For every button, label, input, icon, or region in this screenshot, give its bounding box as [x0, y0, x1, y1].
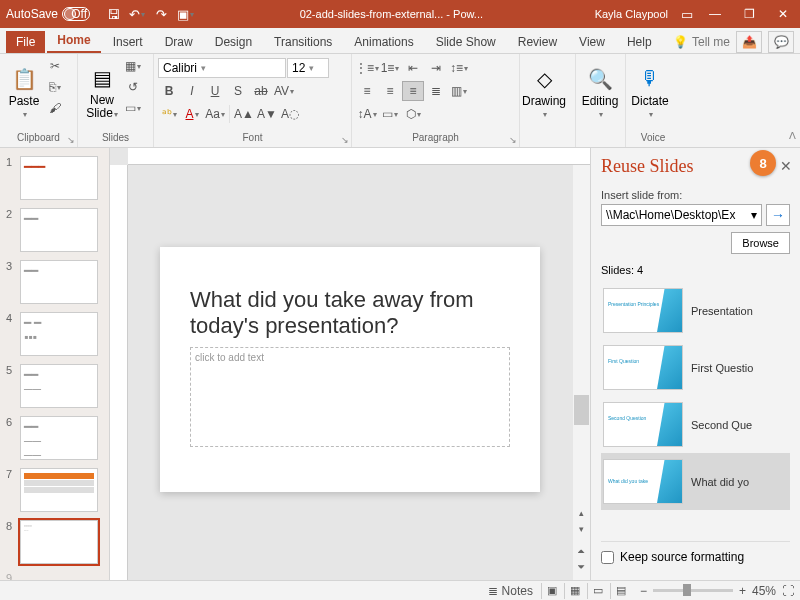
editing-button[interactable]: 🔍Editing▾	[580, 56, 620, 128]
align-right-button[interactable]: ≡	[402, 81, 424, 101]
indent-right-button[interactable]: ⇥	[425, 58, 447, 78]
slide-title-text[interactable]: What did you take away from today's pres…	[190, 287, 510, 339]
tab-file[interactable]: File	[6, 31, 45, 53]
tab-transitions[interactable]: Transitions	[264, 31, 342, 53]
shrink-font-button[interactable]: A▼	[256, 104, 278, 124]
vertical-ruler[interactable]	[110, 165, 128, 580]
text-direction-button[interactable]: ↕A▾	[356, 104, 378, 124]
tab-insert[interactable]: Insert	[103, 31, 153, 53]
underline-button[interactable]: U	[204, 81, 226, 101]
thumbnail-7[interactable]: 7	[0, 466, 109, 514]
line-spacing-button[interactable]: ↕≡▾	[448, 58, 470, 78]
chevron-down-icon[interactable]: ▾	[751, 208, 757, 222]
format-painter-icon[interactable]: 🖌	[45, 98, 65, 118]
scroll-down-icon[interactable]: ▾	[579, 524, 584, 538]
prev-slide-icon[interactable]: ⏶	[577, 546, 586, 560]
active-slide[interactable]: What did you take away from today's pres…	[160, 247, 540, 492]
tab-help[interactable]: Help	[617, 31, 662, 53]
normal-view-icon[interactable]: ▣	[541, 583, 563, 599]
thumbnail-4[interactable]: 4━ ━▪▪▪	[0, 310, 109, 358]
bullets-button[interactable]: ⋮≡▾	[356, 58, 378, 78]
zoom-out-icon[interactable]: −	[640, 584, 647, 598]
next-slide-icon[interactable]: ⏷	[577, 562, 586, 576]
scrollbar-thumb[interactable]	[574, 395, 589, 425]
zoom-level[interactable]: 45%	[752, 584, 776, 598]
drawing-button[interactable]: ◇Drawing▾	[524, 56, 564, 128]
zoom-slider[interactable]	[653, 589, 733, 592]
tell-me-search[interactable]: 💡Tell me	[673, 35, 730, 49]
go-button[interactable]: →	[766, 204, 790, 226]
section-icon[interactable]: ▭▾	[123, 98, 143, 118]
tab-view[interactable]: View	[569, 31, 615, 53]
clear-formatting-button[interactable]: A◌	[279, 104, 301, 124]
clipboard-launcher-icon[interactable]: ↘	[67, 135, 75, 145]
zoom-in-icon[interactable]: +	[739, 584, 746, 598]
italic-button[interactable]: I	[181, 81, 203, 101]
save-icon[interactable]: 🖫	[102, 3, 124, 25]
undo-icon[interactable]: ↶▾	[126, 3, 148, 25]
sorter-view-icon[interactable]: ▦	[564, 583, 586, 599]
reuse-item-1[interactable]: Presentation PrinciplesPresentation	[601, 282, 790, 339]
font-launcher-icon[interactable]: ↘	[341, 135, 349, 145]
fit-to-window-icon[interactable]: ⛶	[782, 584, 794, 598]
collapse-ribbon-icon[interactable]: ᐱ	[789, 130, 796, 141]
scroll-up-icon[interactable]: ▴	[579, 508, 584, 522]
thumbnail-3[interactable]: 3━━	[0, 258, 109, 306]
minimize-button[interactable]: —	[698, 0, 732, 28]
grow-font-button[interactable]: A▲	[233, 104, 255, 124]
thumbnail-5[interactable]: 5━━──	[0, 362, 109, 410]
font-color-button[interactable]: A▾	[181, 104, 203, 124]
change-case-button[interactable]: Aa▾	[204, 104, 226, 124]
paste-button[interactable]: 📋 Paste▾	[4, 56, 44, 128]
layout-icon[interactable]: ▦▾	[123, 56, 143, 76]
tab-design[interactable]: Design	[205, 31, 262, 53]
user-name[interactable]: Kayla Claypool	[587, 8, 676, 20]
close-panel-icon[interactable]: ✕	[780, 158, 792, 174]
font-size-combo[interactable]: 12▾	[287, 58, 329, 78]
thumbnail-2[interactable]: 2━━	[0, 206, 109, 254]
slideshow-view-icon[interactable]: ▤	[610, 583, 632, 599]
dictate-button[interactable]: 🎙Dictate▾	[630, 56, 670, 128]
notes-button[interactable]: ≣ Notes	[488, 584, 533, 598]
tab-home[interactable]: Home	[47, 29, 100, 53]
tab-draw[interactable]: Draw	[155, 31, 203, 53]
columns-button[interactable]: ▥▾	[448, 81, 470, 101]
tab-review[interactable]: Review	[508, 31, 567, 53]
tab-animations[interactable]: Animations	[344, 31, 423, 53]
ribbon-options-icon[interactable]: ▭	[676, 3, 698, 25]
thumbnail-6[interactable]: 6━━────	[0, 414, 109, 462]
keep-source-formatting-checkbox[interactable]: Keep source formatting	[601, 541, 790, 572]
reuse-item-2[interactable]: First QuestionFirst Questio	[601, 339, 790, 396]
reset-icon[interactable]: ↺	[123, 77, 143, 97]
highlight-button[interactable]: ᵃᵇ▾	[158, 104, 180, 124]
tab-slideshow[interactable]: Slide Show	[426, 31, 506, 53]
vertical-scrollbar[interactable]: ▴ ▾ ⏶ ⏷	[573, 165, 590, 580]
copy-icon[interactable]: ⎘▾	[45, 77, 65, 97]
share-button[interactable]: 📤	[736, 31, 762, 53]
shadow-button[interactable]: S	[227, 81, 249, 101]
align-center-button[interactable]: ≡	[379, 81, 401, 101]
autosave-toggle[interactable]: AutoSave Off	[0, 7, 96, 21]
indent-left-button[interactable]: ⇤	[402, 58, 424, 78]
spacing-button[interactable]: AV▾	[273, 81, 295, 101]
bold-button[interactable]: B	[158, 81, 180, 101]
slide-path-input[interactable]: \\Mac\Home\Desktop\Ex▾	[601, 204, 762, 226]
thumbnail-9-partial[interactable]: 9	[0, 570, 109, 580]
strikethrough-button[interactable]: ab	[250, 81, 272, 101]
slide-thumbnails-panel[interactable]: 1━━━ 2━━ 3━━ 4━ ━▪▪▪ 5━━── 6━━──── 7 8━━…	[0, 148, 110, 580]
numbering-button[interactable]: 1≡▾	[379, 58, 401, 78]
reuse-item-3[interactable]: Second QuestionSecond Que	[601, 396, 790, 453]
new-slide-button[interactable]: ▤ New Slide▾	[82, 56, 122, 128]
align-left-button[interactable]: ≡	[356, 81, 378, 101]
smartart-button[interactable]: ⬡▾	[402, 104, 424, 124]
browse-button[interactable]: Browse	[731, 232, 790, 254]
restore-button[interactable]: ❐	[732, 0, 766, 28]
reuse-item-4[interactable]: What did you takeWhat did yo	[601, 453, 790, 510]
thumbnail-1[interactable]: 1━━━	[0, 154, 109, 202]
redo-icon[interactable]: ↷	[150, 3, 172, 25]
content-placeholder[interactable]: click to add text	[190, 347, 510, 447]
cut-icon[interactable]: ✂	[45, 56, 65, 76]
start-from-beginning-icon[interactable]: ▣▾	[174, 3, 196, 25]
thumbnail-8[interactable]: 8━━━━──	[0, 518, 109, 566]
justify-button[interactable]: ≣	[425, 81, 447, 101]
